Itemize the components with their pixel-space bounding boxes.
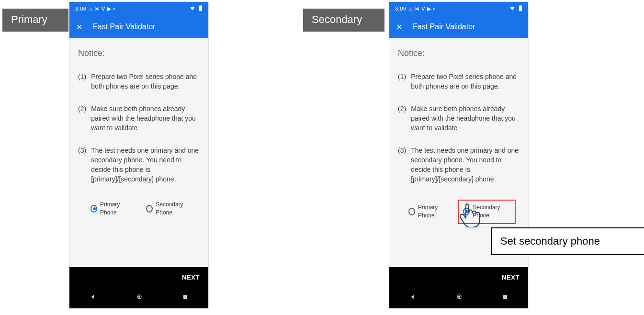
step-number: (2) (398, 104, 406, 133)
svg-rect-5 (519, 6, 522, 11)
step-text: The test needs one primary and one secon… (91, 146, 200, 184)
notice-heading: Notice: (78, 47, 200, 59)
notice-step-1: (1) Prepare two Pixel series phone and b… (78, 72, 200, 91)
step-text: Prepare two Pixel series phone and both … (411, 72, 520, 91)
radio-label: Primary Phone (100, 201, 132, 217)
radio-icon (408, 208, 415, 215)
battery-icon (199, 5, 203, 12)
step-number: (1) (398, 72, 406, 91)
svg-rect-6 (520, 5, 521, 6)
radio-icon (146, 205, 153, 213)
app-bar: ✕ Fast Pair Validator (69, 15, 208, 38)
step-number: (3) (78, 146, 86, 184)
step-text: Make sure both phones already paired wit… (411, 104, 520, 133)
notice-step-3: (3) The test needs one primary and one s… (398, 146, 520, 184)
battery-icon (519, 5, 522, 12)
svg-rect-4 (183, 295, 187, 299)
nav-back-icon[interactable] (89, 293, 97, 303)
svg-point-3 (138, 296, 140, 298)
notice-heading: Notice: (398, 47, 520, 59)
hand-cursor-icon (456, 201, 483, 227)
wifi-icon (189, 5, 196, 12)
status-bar: 3:08 ⌂ ⋈ ∀ ▶ • (69, 2, 208, 15)
next-button[interactable]: NEXT (389, 267, 528, 287)
status-bar: 3:09 ⌂ ⋈ ∀ ▶ • (389, 2, 528, 15)
step-number: (2) (78, 104, 86, 133)
step-text: The test needs one primary and one secon… (411, 146, 520, 184)
app-title: Fast Pair Validator (93, 22, 155, 31)
nav-home-icon[interactable] (136, 293, 143, 303)
nav-recent-icon[interactable] (182, 293, 189, 302)
radio-secondary-phone[interactable]: Secondary Phone (144, 200, 196, 218)
radio-icon (90, 205, 97, 213)
step-text: Make sure both phones already paired wit… (91, 104, 200, 133)
step-text: Prepare two Pixel series phone and both … (91, 72, 200, 91)
radio-primary-phone[interactable]: Primary Phone (89, 200, 134, 218)
clock-text: 3:09 (395, 6, 406, 11)
clock-text: 3:08 (75, 6, 86, 11)
svg-rect-1 (200, 5, 201, 6)
status-glyphs: ⌂ ⋈ ∀ ▶ • (409, 6, 435, 12)
svg-rect-0 (199, 6, 202, 11)
notice-step-2: (2) Make sure both phones already paired… (78, 104, 200, 133)
content-area: Notice: (1) Prepare two Pixel series pho… (69, 38, 208, 221)
notice-step-2: (2) Make sure both phones already paired… (398, 104, 520, 133)
tag-primary: Primary (2, 9, 68, 32)
notice-step-3: (3) The test needs one primary and one s… (78, 146, 200, 184)
nav-bar (69, 287, 208, 308)
notice-step-1: (1) Prepare two Pixel series phone and b… (398, 72, 520, 91)
nav-bar (389, 287, 528, 308)
wifi-icon (509, 5, 516, 12)
phone-secondary: 3:09 ⌂ ⋈ ∀ ▶ • ✕ Fast Pair Validator Not… (389, 2, 528, 308)
caption-set-secondary: Set secondary phone (491, 227, 644, 255)
next-button[interactable]: NEXT (69, 267, 208, 287)
app-title: Fast Pair Validator (413, 22, 475, 31)
close-icon[interactable]: ✕ (76, 22, 82, 32)
nav-back-icon[interactable] (409, 293, 417, 303)
tag-secondary: Secondary (303, 9, 384, 32)
svg-point-8 (458, 296, 460, 298)
app-bar: ✕ Fast Pair Validator (389, 15, 528, 38)
step-number: (1) (78, 72, 86, 91)
content-area: Notice: (1) Prepare two Pixel series pho… (389, 38, 528, 227)
nav-home-icon[interactable] (455, 293, 463, 303)
next-label: NEXT (502, 274, 520, 281)
close-icon[interactable]: ✕ (396, 22, 402, 32)
status-glyphs: ⌂ ⋈ ∀ ▶ • (89, 6, 115, 12)
radio-label: Secondary Phone (156, 201, 194, 217)
step-number: (3) (398, 146, 406, 184)
phone-primary: 3:08 ⌂ ⋈ ∀ ▶ • ✕ Fast Pair Validator Not… (69, 2, 208, 308)
next-label: NEXT (182, 274, 200, 281)
svg-rect-9 (503, 295, 507, 299)
radio-label: Primary Phone (418, 203, 450, 220)
radio-primary-phone[interactable]: Primary Phone (407, 202, 452, 221)
nav-recent-icon[interactable] (502, 293, 508, 302)
radio-group: Primary Phone Secondary Phone (78, 197, 200, 221)
